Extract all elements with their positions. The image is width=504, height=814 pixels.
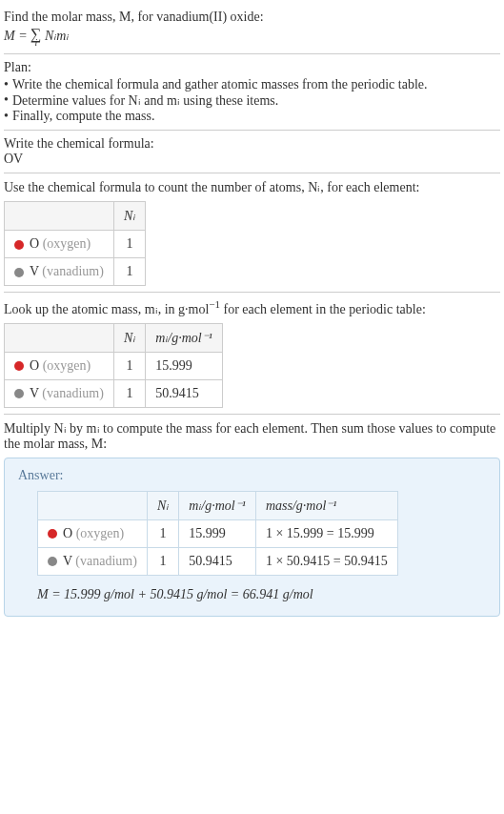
count-title: Use the chemical formula to count the nu…: [4, 179, 500, 195]
header-mi: mᵢ/g·mol⁻¹: [146, 323, 223, 352]
intro-formula: M = ∑i Nᵢmᵢ: [4, 27, 500, 48]
table-row: V (vanadium) 1 50.9415: [5, 379, 223, 407]
chemical-formula-title: Write the chemical formula:: [4, 136, 500, 152]
bullet-icon: •: [4, 77, 9, 92]
mi-value: 50.9415: [179, 547, 256, 575]
ni-value: 1: [113, 258, 145, 286]
atomic-mass-title: Look up the atomic mass, mᵢ, in g·mol−1 …: [4, 298, 500, 317]
chemical-formula-section: Write the chemical formula: OV: [4, 131, 500, 173]
mass-value: 1 × 50.9415 = 50.9415: [255, 547, 397, 575]
header-ni: Nᵢ: [113, 202, 145, 231]
intro-section: Find the molar mass, M, for vanadium(II)…: [4, 4, 500, 54]
element-symbol: O: [30, 236, 39, 251]
plan-item-text: Write the chemical formula and gather at…: [12, 77, 428, 92]
table-row: V (vanadium) 1: [5, 258, 146, 286]
element-dot-icon: [14, 361, 24, 371]
multiply-title: Multiply Nᵢ by mᵢ to compute the mass fo…: [4, 420, 500, 452]
table-row: O (oxygen) 1 15.999: [5, 352, 223, 379]
element-name: (vanadium): [75, 554, 137, 568]
element-name: (vanadium): [42, 386, 104, 400]
element-cell: O (oxygen): [5, 352, 114, 379]
element-dot-icon: [14, 389, 24, 398]
intro-text: Find the molar mass, M, for vanadium(II)…: [4, 10, 500, 25]
plan-item: •Finally, compute the mass.: [4, 109, 500, 124]
plan-item: •Determine values for Nᵢ and mᵢ using th…: [4, 92, 500, 109]
plan-item-text: Determine values for Nᵢ and mᵢ using the…: [12, 92, 278, 109]
multiply-section: Multiply Nᵢ by mᵢ to compute the mass fo…: [4, 415, 500, 622]
element-cell: V (vanadium): [5, 379, 114, 407]
element-name: (oxygen): [43, 236, 91, 251]
element-dot-icon: [14, 240, 24, 250]
ni-value: 1: [147, 519, 178, 547]
element-dot-icon: [48, 557, 57, 566]
ni-value: 1: [147, 547, 178, 575]
answer-label: Answer:: [18, 468, 486, 483]
element-name: (oxygen): [43, 358, 91, 373]
plan-item-text: Finally, compute the mass.: [12, 109, 155, 124]
table-header-row: Nᵢ mᵢ/g·mol⁻¹: [5, 323, 223, 352]
mi-value: 15.999: [179, 519, 256, 547]
element-dot-icon: [48, 529, 57, 539]
ni-value: 1: [113, 352, 145, 379]
plan-title: Plan:: [4, 60, 500, 75]
element-symbol: V: [63, 554, 72, 568]
sigma-icon: ∑i: [30, 27, 41, 48]
element-name: (vanadium): [42, 264, 104, 278]
answer-table: Nᵢ mᵢ/g·mol⁻¹ mass/g·mol⁻¹ O (oxygen) 1 …: [37, 491, 398, 576]
header-empty: [5, 202, 114, 231]
formula-right: Nᵢmᵢ: [42, 29, 70, 43]
element-symbol: O: [30, 358, 39, 373]
table-row: V (vanadium) 1 50.9415 1 × 50.9415 = 50.…: [38, 547, 398, 575]
answer-box: Answer: Nᵢ mᵢ/g·mol⁻¹ mass/g·mol⁻¹ O (ox…: [4, 458, 500, 617]
header-empty: [38, 491, 148, 519]
count-section: Use the chemical formula to count the nu…: [4, 173, 500, 293]
table-row: O (oxygen) 1: [5, 231, 146, 258]
mass-value: 1 × 15.999 = 15.999: [255, 519, 397, 547]
mi-value: 15.999: [146, 352, 223, 379]
atomic-mass-table: Nᵢ mᵢ/g·mol⁻¹ O (oxygen) 1 15.999 V (van…: [4, 323, 223, 408]
element-cell: V (vanadium): [5, 258, 114, 286]
element-symbol: V: [30, 264, 39, 278]
count-table: Nᵢ O (oxygen) 1 V (vanadium) 1: [4, 201, 146, 286]
header-ni: Nᵢ: [113, 323, 145, 352]
plan-list: •Write the chemical formula and gather a…: [4, 77, 500, 124]
element-cell: O (oxygen): [5, 231, 114, 258]
element-cell: O (oxygen): [38, 519, 148, 547]
element-dot-icon: [14, 268, 24, 277]
formula-left: M =: [4, 29, 30, 43]
header-mi: mᵢ/g·mol⁻¹: [179, 491, 256, 519]
plan-section: Plan: •Write the chemical formula and ga…: [4, 54, 500, 131]
final-equation: M = 15.999 g/mol + 50.9415 g/mol = 66.94…: [37, 587, 486, 602]
header-ni: Nᵢ: [147, 491, 178, 519]
bullet-icon: •: [4, 109, 9, 124]
element-symbol: O: [63, 526, 72, 540]
plan-item: •Write the chemical formula and gather a…: [4, 77, 500, 92]
header-empty: [5, 323, 114, 352]
element-symbol: V: [30, 386, 39, 400]
chemical-formula-value: OV: [4, 152, 500, 167]
table-header-row: Nᵢ: [5, 202, 146, 231]
header-mass: mass/g·mol⁻¹: [255, 491, 397, 519]
table-row: O (oxygen) 1 15.999 1 × 15.999 = 15.999: [38, 519, 398, 547]
element-name: (oxygen): [76, 526, 125, 540]
table-header-row: Nᵢ mᵢ/g·mol⁻¹ mass/g·mol⁻¹: [38, 491, 398, 519]
ni-value: 1: [113, 379, 145, 407]
bullet-icon: •: [4, 92, 9, 109]
element-cell: V (vanadium): [38, 547, 148, 575]
mi-value: 50.9415: [146, 379, 223, 407]
atomic-mass-section: Look up the atomic mass, mᵢ, in g·mol−1 …: [4, 293, 500, 415]
ni-value: 1: [113, 231, 145, 258]
